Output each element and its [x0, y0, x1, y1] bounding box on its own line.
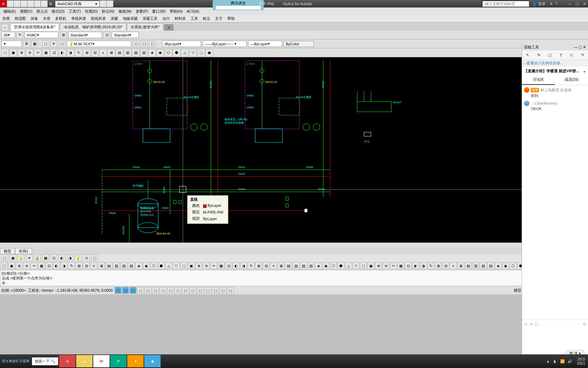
bottom-tool-icon[interactable]: △	[165, 262, 172, 269]
dim-icon[interactable]: ⊞	[60, 32, 67, 39]
text-icon[interactable]: T	[560, 53, 562, 57]
table-icon[interactable]: ⊡	[103, 32, 110, 39]
bottom-tool-icon[interactable]: ▣	[188, 262, 195, 269]
help-icon[interactable]: ?	[554, 2, 559, 6]
bottom-tool-icon[interactable]: ⊟	[263, 262, 270, 269]
qat-open-icon[interactable]: ▢	[14, 0, 20, 7]
tool-icon[interactable]: ≡	[99, 49, 107, 57]
tool-icon[interactable]: ⊡	[50, 49, 58, 57]
tool-icon[interactable]: ⊕	[18, 49, 25, 57]
tool-icon[interactable]: ▨	[140, 49, 148, 57]
chat-tab-discuss[interactable]: 讨论区	[522, 75, 555, 85]
bottom-tool-icon[interactable]: ▣	[368, 262, 374, 269]
bottom-tool-icon[interactable]: ⊟	[83, 262, 90, 269]
menu-item[interactable]: 插入(I)	[34, 9, 49, 14]
bottom-tool-icon[interactable]: ◈	[135, 262, 142, 269]
bottom-tool-icon[interactable]: ⊞	[255, 262, 262, 269]
bottom-tool-icon[interactable]: ≡	[450, 262, 457, 269]
new-tab-button[interactable]: +	[164, 24, 174, 31]
lineweight-dropdown[interactable]: — ByLayer ▾	[248, 41, 282, 47]
menu-item[interactable]: 帮助(H)	[168, 9, 184, 14]
bottom-tool-icon[interactable]: ▤	[105, 262, 112, 269]
bottom-tool-icon[interactable]: ▨	[487, 262, 494, 269]
bottom-tool-icon[interactable]: ⊖	[203, 262, 210, 269]
bottom-tool-icon[interactable]: ↻	[248, 262, 255, 269]
plugin-menu-item[interactable]: 地板采暖	[120, 16, 140, 21]
image-icon[interactable]: ▢	[535, 322, 538, 326]
status-toggle[interactable]: ▢	[145, 287, 151, 294]
layer-tool-icon[interactable]: ◑	[67, 255, 74, 261]
bottom-tool-icon[interactable]: ◑	[420, 262, 427, 269]
bottom-tool-icon[interactable]: ⊖	[23, 262, 30, 269]
layer-tool-icon[interactable]: 🔒	[34, 255, 41, 261]
qat-undo-icon[interactable]: ↶	[27, 0, 34, 7]
status-toggle[interactable]: ▢	[160, 287, 166, 294]
bottom-tool-icon[interactable]: ▽	[353, 262, 359, 269]
chat-textarea[interactable]	[522, 328, 588, 349]
layer-tool-icon[interactable]: ☀	[26, 255, 33, 261]
layer-tool-icon[interactable]: ⊡	[50, 255, 57, 261]
bottom-tool-icon[interactable]: ⊡	[46, 262, 52, 269]
bottom-tool-icon[interactable]: ▥	[113, 262, 120, 269]
menu-item[interactable]: 编辑(E)	[1, 9, 18, 14]
bottom-tool-icon[interactable]: ◉	[502, 262, 509, 269]
bottom-tool-icon[interactable]: ▢	[1, 262, 7, 269]
qat-extra1-icon[interactable]: ▢	[100, 0, 107, 7]
brush-icon[interactable]: ✎	[16, 32, 23, 39]
file-tab[interactable]: 空调冷源原理图&设备表*	[10, 23, 59, 31]
tool-icon[interactable]: ⊞	[83, 49, 91, 57]
bottom-tool-icon[interactable]: ▢	[180, 262, 187, 269]
maximize-button[interactable]: ▢	[573, 2, 581, 6]
status-toggle[interactable]: ▢	[152, 287, 159, 294]
bottom-tool-icon[interactable]: ◑	[240, 262, 247, 269]
bottom-tool-icon[interactable]: ◈	[495, 262, 502, 269]
tool-icon[interactable]: ✂	[34, 49, 42, 57]
pointer-icon[interactable]: ↖	[526, 53, 529, 57]
tool-icon[interactable]: ⊠	[108, 49, 115, 57]
layer-tool-icon[interactable]: 💡	[75, 255, 82, 261]
combo-textstyle[interactable]: HVAC ▾	[24, 32, 59, 38]
taskbar-app-pdf[interactable]: P	[110, 355, 127, 367]
menu-item[interactable]: 参数(P)	[134, 9, 150, 14]
bottom-tool-icon[interactable]: ◐	[53, 262, 60, 269]
exchange-icon[interactable]: ✕	[548, 2, 554, 6]
tool-icon[interactable]: △	[181, 49, 189, 57]
tool-icon[interactable]: ⬢	[173, 49, 180, 57]
status-toggle[interactable]: ▢	[212, 287, 219, 294]
plugin-menu-item[interactable]: 材料表	[172, 16, 188, 21]
plugin-menu-item[interactable]: 双线风管	[88, 16, 108, 21]
tray-vol-icon[interactable]: 🔊	[568, 359, 572, 364]
login-link[interactable]: 👤 登录	[529, 1, 548, 6]
status-toggle[interactable]: ▢	[122, 287, 129, 294]
menu-item[interactable]: 标注(N)	[100, 9, 116, 14]
bottom-tool-icon[interactable]: ▤	[465, 262, 472, 269]
tencent-input[interactable]	[216, 6, 260, 10]
plugin-menu-item[interactable]: 负荷	[0, 16, 12, 21]
combo-dimstyle[interactable]: Standard ▾	[68, 32, 102, 38]
bottom-tool-icon[interactable]: ✂	[31, 262, 37, 269]
layer-icon[interactable]: ▦	[31, 41, 38, 47]
plugin-menu-item[interactable]: 水管	[40, 16, 53, 21]
pencil-icon[interactable]: ✎	[537, 53, 540, 57]
tool-icon[interactable]: ⊖	[26, 49, 33, 57]
tool-icon[interactable]: ▦	[42, 49, 50, 57]
emoji-icon[interactable]: ☺	[524, 322, 528, 326]
tool-icon[interactable]: ◑	[67, 49, 74, 57]
chevron-down-icon[interactable]: ⌄	[583, 69, 586, 73]
taskbar-app-4[interactable]: ✦	[127, 355, 144, 367]
bottom-tool-icon[interactable]: ▥	[472, 262, 479, 269]
bottom-tool-icon[interactable]: ⬡	[330, 262, 337, 269]
gear-icon[interactable]: ⚙	[23, 41, 30, 47]
layer-state-icon[interactable]: ▢	[59, 41, 65, 47]
chat-breadcrumb[interactable]: ⌂ 暖通设计实例培训课...	[522, 60, 588, 67]
bottom-tool-icon[interactable]: ⬡	[510, 262, 517, 269]
bottom-tool-icon[interactable]: ⬡	[150, 262, 157, 269]
bottom-tool-icon[interactable]: ⊞	[435, 262, 442, 269]
bottom-tool-icon[interactable]: ▢	[360, 262, 367, 269]
menu-item[interactable]: 绘图(D)	[83, 9, 100, 14]
workspace-dropdown[interactable]: AutoCAD 经典▾	[55, 1, 100, 7]
bottom-tool-icon[interactable]: ⊠	[98, 262, 105, 269]
panel-min-icon[interactable]: —	[574, 45, 577, 49]
taskbar-app-acs[interactable]: A	[59, 355, 76, 367]
layer-iso-icon[interactable]: ▢	[42, 41, 49, 47]
